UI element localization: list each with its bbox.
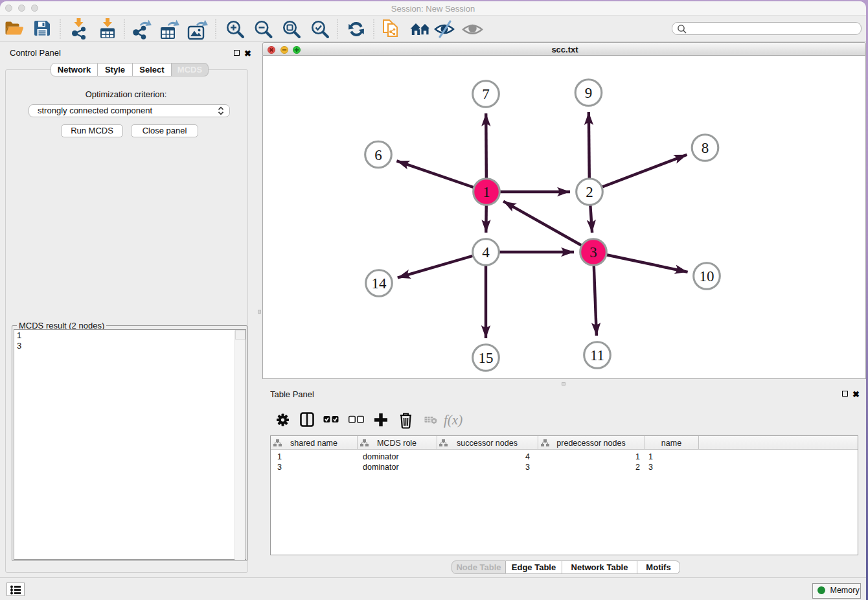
svg-text:10: 10 [700,268,714,284]
svg-text:f(x): f(x) [444,412,463,428]
svg-text:1: 1 [483,184,490,200]
svg-text:11: 11 [590,347,604,363]
svg-text:6: 6 [374,147,382,163]
svg-text:3: 3 [589,244,597,260]
svg-text:7: 7 [482,86,490,102]
svg-text:4: 4 [482,244,490,260]
svg-text:14: 14 [372,275,387,292]
svg-text:9: 9 [585,85,593,101]
svg-text:2: 2 [586,184,593,200]
svg-text:8: 8 [702,140,709,156]
svg-text:15: 15 [479,350,494,366]
